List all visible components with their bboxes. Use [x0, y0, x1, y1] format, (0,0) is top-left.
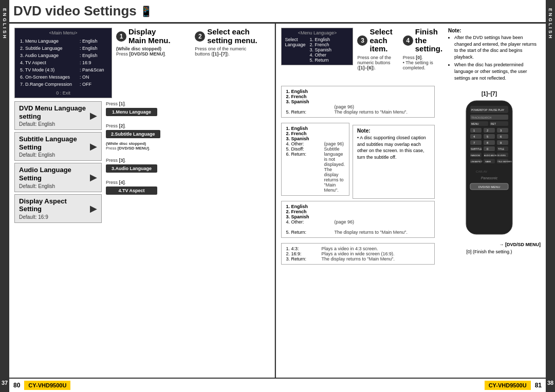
eng-e-left: E: [2, 8, 7, 12]
eng-s-right: S: [548, 30, 553, 34]
press-instructions: Press [1]. 1.Menu Language Press [2]. 2.…: [106, 101, 269, 374]
remote-label-bottom: [0] (Finish the setting.): [466, 249, 512, 254]
svg-rect-20: [484, 134, 495, 139]
left-page: <Main Menu> 1. Menu Language: English 2.…: [9, 24, 275, 378]
lang-menu-options: 1. English 2. French 3. Spanish 4. Other…: [310, 37, 332, 63]
press-section-3: Press [3]. 3.Audio Language: [106, 158, 269, 173]
setting1-arrow: ▶: [90, 110, 97, 121]
menu-row-3: 3. Audio Language: English: [19, 52, 107, 59]
pages-container: <Main Menu> 1. Menu Language: English 2.…: [9, 24, 546, 378]
svg-text:AUDIO AN.NUM: AUDIO AN.NUM: [484, 154, 499, 157]
setting2-arrow: ▶: [90, 141, 97, 152]
menu-exit: 0 : Exit: [18, 90, 108, 96]
svg-text:RANDOM: RANDOM: [471, 154, 480, 157]
step1-instruction: (While disc stopped) Press [DVD/SD MENU]…: [116, 46, 191, 57]
right-page-num: 81: [535, 382, 542, 389]
lang-menu-screenshot: <Menu Language> Select Language 1. Engli…: [281, 28, 353, 65]
left-side-tab: E N G L I S H 37: [0, 0, 9, 392]
svg-text:IN VERS: IN VERS: [497, 154, 506, 157]
svg-text:STOP: STOP: [480, 108, 488, 111]
svg-rect-0: [466, 101, 512, 234]
note-subtitle: Note: • A disc supporting closed caption…: [353, 125, 435, 199]
svg-rect-26: [484, 140, 495, 145]
note-top-right: Note: After the DVD settings have been c…: [448, 28, 541, 83]
svg-text:TRACK/SEARCH: TRACK/SEARCH: [471, 116, 492, 119]
svg-text:POWER: POWER: [471, 108, 481, 111]
setting3-title: Audio LanguageSetting: [19, 166, 87, 182]
step3-circle: 3: [357, 35, 367, 46]
menu-row-1: 1. Menu Language: English: [19, 38, 107, 44]
setting4-default: Default: 16:9: [19, 214, 87, 220]
remote-dvd-menu-label: → [DVD/SD MENU]: [438, 242, 541, 247]
svg-text:Panasonic: Panasonic: [481, 176, 498, 180]
menu-row-2: 2. Subtitle Language: English: [19, 45, 107, 51]
left-side-page-num: 37: [2, 380, 8, 386]
svg-rect-22: [497, 134, 508, 139]
step2-circle: 2: [195, 31, 205, 42]
menu-row-6: 6. On-Screen Messages: ON: [19, 74, 107, 80]
menu-row-4: 4. TV Aspect: 16:9: [19, 60, 107, 66]
right-main-area: 1. English 2. French 3. Spanish 5. Retur…: [281, 86, 541, 374]
svg-rect-12: [470, 128, 482, 133]
setting-dvd-menu-language: DVD Menu Languagesetting Default: Englis…: [14, 101, 102, 130]
setting3-default: Default: English: [19, 183, 87, 189]
menu-row-7: 7. D.Range Compression: OFF: [19, 81, 107, 87]
eng-n-right: N: [548, 13, 553, 17]
main-menu-table: 1. Menu Language: English 2. Subtitle La…: [18, 37, 108, 88]
options-block-4: 1. 4:3: 2. 16:9: 3. Return: Plays a vide…: [281, 243, 435, 265]
note-top-title: Note:: [448, 28, 541, 33]
press1-label: Press [1].: [106, 101, 269, 106]
svg-text:RET: RET: [491, 122, 496, 125]
eng-g-left: G: [2, 18, 7, 23]
svg-rect-14: [484, 128, 495, 133]
right-model-name: CY-VHD9500U: [485, 381, 531, 390]
remote-control-svg: POWER STOP PAUSE PLAY TRACK/SEARCH MENU: [461, 98, 517, 242]
setting3-arrow: ▶: [90, 172, 97, 183]
options-block-2: 1. English 2. French 3. Spanish 4. Other…: [281, 123, 349, 196]
eng-n-left: N: [2, 13, 7, 17]
step3-container: 3 Select each item. Press one of the num…: [357, 28, 398, 70]
note-subtitle-text: • A disc supporting closed caption and s…: [357, 135, 430, 160]
menu-row-5: 5. TV Mode (4:3): Pan&Scan: [19, 67, 107, 73]
eng-g-right: G: [548, 18, 553, 23]
step2-title: Select eachsetting menu.: [207, 28, 257, 45]
svg-text:PLAY: PLAY: [498, 108, 505, 111]
note-subtitle-title: Note:: [357, 128, 430, 134]
options-block-3: 1. English 2. French 3. Spanish 4. Other…: [281, 201, 435, 238]
main-menu-title: <Main Menu>: [18, 30, 108, 35]
btn-audio-language: 3.Audio Language: [106, 164, 157, 173]
step1-title: DisplayMain Menu.: [128, 28, 171, 45]
eng-i-left: I: [2, 27, 7, 30]
setting2-default: Default: English: [19, 152, 87, 158]
setting4-arrow: ▶: [90, 203, 97, 214]
eng-e-right: E: [548, 8, 553, 12]
svg-text:CAR.AV: CAR.AV: [476, 170, 487, 173]
note-top-text: After the DVD settings have been changed…: [448, 34, 541, 81]
svg-text:MENU: MENU: [471, 122, 479, 125]
step4-circle: 4: [403, 35, 413, 46]
setting1-default: Default: English: [19, 121, 87, 127]
options-block-1: 1. English 2. French 3. Spanish 5. Retur…: [281, 86, 435, 118]
press2-label: Press [2].: [106, 123, 269, 128]
right-side-tab: E N G L I S H 38: [546, 0, 555, 392]
remote-label-top: [1]–[7]: [482, 91, 497, 97]
svg-rect-24: [470, 140, 482, 145]
eng-l-right: L: [548, 23, 553, 27]
svg-text:SUBTITLE: SUBTITLE: [471, 148, 482, 151]
option-blocks-col: 1. English 2. French 3. Spanish 5. Retur…: [281, 86, 435, 374]
step1-circle: 1: [116, 31, 126, 42]
right-page: <Menu Language> Select Language 1. Engli…: [276, 24, 546, 378]
main-content: DVD video Settings 📱 <Main Menu> 1. Menu…: [9, 0, 546, 392]
svg-text:DVD/SD MENU: DVD/SD MENU: [478, 185, 500, 189]
step4-container: 4 Finish the setting. Press [0]. • The s…: [403, 28, 444, 70]
remote-area: [1]–[7] POWER STOP PAUSE PLAY: [438, 86, 541, 374]
header: DVD video Settings 📱: [9, 0, 546, 24]
svg-text:LINK/ASPECT: LINK/ASPECT: [471, 161, 483, 163]
svg-text:TITLE: TITLE: [498, 148, 504, 151]
step3-instruction: Press one of the numeric buttons ([1]–[6…: [357, 55, 398, 70]
svg-text:PAUSE: PAUSE: [489, 108, 497, 111]
btn-subtitle-language: 2.Subtitle Language: [106, 130, 160, 138]
step1-container: 1 DisplayMain Menu. (While disc stopped)…: [116, 28, 191, 57]
setting-display-aspect: Display AspectSetting Default: 16:9 ▶: [14, 194, 102, 223]
setting1-title: DVD Menu Languagesetting: [19, 104, 87, 120]
